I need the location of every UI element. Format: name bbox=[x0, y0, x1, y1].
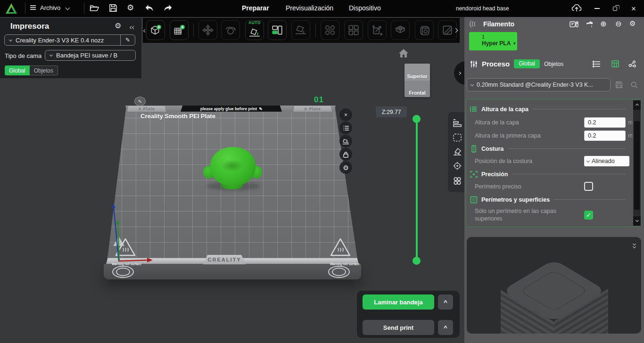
scroll-down-button[interactable] bbox=[633, 216, 641, 226]
plate-tab-left: A Plate bbox=[127, 106, 166, 112]
scale-button[interactable] bbox=[368, 20, 387, 40]
printer-panel: Impresora ⚙ Creality Ender-3 V3 KE 0.4 n… bbox=[0, 18, 141, 78]
plate-name-label: Creality Smooth PEI Plate bbox=[140, 113, 215, 120]
printer-settings-button[interactable]: ⚙ bbox=[115, 21, 121, 30]
support-paint-tool-icon[interactable] bbox=[453, 147, 462, 156]
edit-printer-button[interactable]: ✎ bbox=[121, 37, 135, 43]
add-plate-button[interactable] bbox=[170, 20, 189, 40]
slice-options-button[interactable]: ^ bbox=[438, 294, 453, 310]
slice-plate-button[interactable]: Laminar bandeja bbox=[363, 294, 434, 310]
save-button[interactable] bbox=[109, 4, 117, 12]
collapse-preview-button[interactable] bbox=[633, 243, 636, 248]
menu-chevron-icon[interactable] bbox=[66, 6, 70, 10]
check-icon: ✓ bbox=[586, 212, 591, 219]
plate-edit-button[interactable]: ✎ bbox=[134, 97, 146, 106]
setting-label: Altura de la primera capa bbox=[475, 132, 576, 139]
close-button[interactable]: × bbox=[627, 4, 640, 13]
send-print-button[interactable]: Send print bbox=[363, 320, 434, 335]
flush-button[interactable] bbox=[585, 20, 594, 28]
plate-settings-button[interactable]: ⚙ bbox=[339, 161, 352, 174]
plate-auto-orient-button[interactable] bbox=[339, 135, 352, 147]
z-slider-handle-bottom[interactable] bbox=[413, 257, 421, 265]
precise-wall-checkbox[interactable] bbox=[584, 182, 593, 191]
search-params-button[interactable] bbox=[630, 81, 638, 89]
add-filament-button[interactable]: ⊕ bbox=[600, 19, 606, 28]
filament-refill-button[interactable] bbox=[570, 21, 578, 28]
auto-orient-label: AUTO bbox=[246, 20, 264, 25]
split-button[interactable] bbox=[344, 20, 363, 40]
plate-details-button[interactable] bbox=[339, 122, 352, 134]
tab-preparar[interactable]: Preparar bbox=[242, 4, 269, 12]
home-view-icon[interactable] bbox=[398, 49, 409, 58]
settings-scrollbar[interactable] bbox=[633, 100, 641, 226]
printer-select[interactable]: Creality Ender-3 V3 KE 0.4 nozz ✎ bbox=[4, 34, 135, 46]
filament-settings-button[interactable]: ⚙ bbox=[629, 19, 636, 28]
save-preset-button[interactable] bbox=[615, 81, 623, 89]
bed-type-select[interactable]: Bandeja PEI suave / B bbox=[45, 50, 136, 61]
minimize-icon bbox=[594, 8, 600, 9]
process-tab-global[interactable]: Global bbox=[514, 59, 540, 68]
add-model-button[interactable] bbox=[146, 20, 165, 40]
parameter-list-button[interactable] bbox=[593, 61, 601, 67]
toolbar-expand-button[interactable] bbox=[454, 27, 457, 33]
filament-slot-name: Hyper PLA bbox=[482, 40, 511, 47]
plate-lock-button[interactable] bbox=[339, 148, 352, 161]
move-button[interactable] bbox=[198, 20, 217, 40]
tab-dispositivo[interactable]: Dispositivo bbox=[349, 4, 381, 12]
process-preset-select[interactable]: 0.20mm Standard @Creality Ender-3 V3 K..… bbox=[467, 78, 611, 91]
restore-button[interactable] bbox=[608, 4, 621, 13]
remove-filament-button[interactable]: ⊖ bbox=[615, 19, 621, 28]
target-tool-icon[interactable] bbox=[453, 162, 462, 170]
process-tab-objetos[interactable]: Objetos bbox=[544, 61, 563, 67]
bed-type-label: Tipo de cama bbox=[5, 52, 41, 59]
chevron-down-icon bbox=[633, 245, 636, 248]
hollow-button[interactable] bbox=[415, 20, 434, 40]
plus-circle-icon: ⊕ bbox=[600, 20, 606, 28]
selection-box-tool-icon[interactable] bbox=[453, 133, 462, 142]
arrange-button[interactable] bbox=[268, 20, 287, 40]
unit-label: mm bbox=[628, 119, 632, 126]
single-perimeter-top-checkbox[interactable]: ✓ bbox=[584, 211, 593, 220]
scrollbar-thumb[interactable] bbox=[634, 121, 640, 210]
tab-global[interactable]: Global bbox=[5, 65, 30, 75]
send-options-button[interactable]: ^ bbox=[438, 320, 453, 335]
redo-button[interactable] bbox=[163, 4, 173, 12]
tab-previsualizacion[interactable]: Previsualización bbox=[286, 4, 333, 12]
clone-button[interactable] bbox=[321, 20, 339, 40]
filament-spool-icon bbox=[469, 20, 479, 28]
chevron-right-icon bbox=[454, 28, 458, 33]
glue-reminder-banner: please apply glue before print✎ bbox=[181, 106, 282, 112]
undo-button[interactable] bbox=[145, 4, 154, 12]
viewcube-front-face[interactable]: Frontal bbox=[405, 81, 430, 98]
filament-header: Filamento bbox=[469, 20, 514, 28]
plate-delete-button[interactable]: × bbox=[339, 108, 352, 121]
open-file-button[interactable] bbox=[90, 4, 99, 12]
lay-flat-icon bbox=[295, 24, 307, 36]
cloud-upload-button[interactable] bbox=[571, 3, 582, 13]
view-cube[interactable]: Superior Frontal bbox=[405, 64, 430, 97]
group-tool-icon[interactable] bbox=[453, 176, 462, 186]
settings-group: Altura de la capa Altura de la capa mm A… bbox=[466, 99, 641, 227]
z-slider-track[interactable] bbox=[416, 119, 418, 261]
layer-height-input[interactable] bbox=[584, 117, 626, 128]
minimize-button[interactable] bbox=[590, 4, 603, 13]
viewcube-top-face[interactable]: Superior bbox=[405, 64, 430, 81]
settings-button[interactable]: ⚙ bbox=[127, 3, 134, 13]
collapse-panel-button[interactable] bbox=[130, 24, 135, 30]
file-menu[interactable]: Archivo bbox=[29, 4, 60, 11]
close-icon: × bbox=[631, 5, 636, 13]
lay-flat-button[interactable] bbox=[291, 20, 310, 40]
chevron-down-icon: ▼ bbox=[512, 41, 516, 46]
layers-tool-icon[interactable] bbox=[453, 119, 462, 127]
rotate-button[interactable] bbox=[221, 20, 240, 40]
parameter-table-button[interactable] bbox=[611, 60, 619, 67]
first-layer-height-input[interactable] bbox=[584, 131, 626, 141]
seam-position-select[interactable]: Alineado bbox=[584, 156, 629, 166]
tab-objetos[interactable]: Objetos bbox=[30, 65, 58, 75]
auto-orient-button[interactable]: AUTO bbox=[245, 20, 264, 40]
filament-slot-1[interactable]: 1 Hyper PLA▼ bbox=[469, 32, 517, 50]
support-button[interactable] bbox=[391, 20, 410, 40]
z-slider-handle-top[interactable] bbox=[413, 115, 421, 123]
compare-params-button[interactable] bbox=[628, 60, 636, 67]
scroll-up-button[interactable] bbox=[633, 100, 641, 110]
